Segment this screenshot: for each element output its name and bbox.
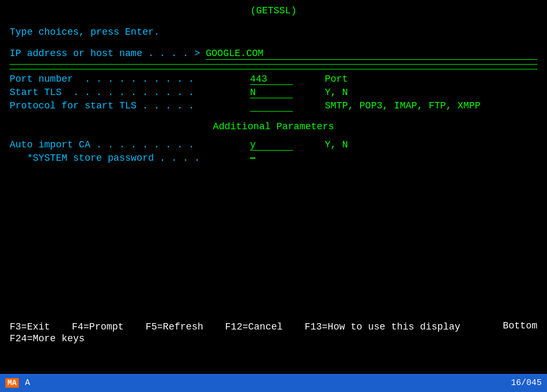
function-key-bar: F3=Exit F4=Prompt F5=Refresh F12=Cancel …: [0, 319, 547, 347]
protocol-value[interactable]: [250, 100, 293, 112]
divider-2: [10, 69, 537, 69]
start-tls-label: Start TLS . . . . . . . . . . .: [10, 87, 250, 98]
taskbar: MA A 16/045: [0, 374, 547, 392]
taskbar-position: 16/045: [511, 378, 542, 388]
system-store-password-row[interactable]: *SYSTEM store password . . . .: [10, 153, 537, 163]
f3-key[interactable]: F3=Exit: [10, 322, 50, 332]
screen-title: (GETSSL): [10, 5, 537, 16]
host-value[interactable]: GOOGLE.COM: [206, 48, 537, 60]
taskbar-ma-badge: MA: [5, 378, 19, 388]
protocol-row[interactable]: Protocol for start TLS . . . . . SMTP, P…: [10, 100, 537, 112]
taskbar-left: MA A: [5, 378, 30, 388]
fkey-line-1: F3=Exit F4=Prompt F5=Refresh F12=Cancel …: [10, 322, 537, 332]
f12-key[interactable]: F12=Cancel: [225, 322, 283, 332]
start-tls-value[interactable]: N: [250, 87, 293, 98]
system-store-password-value[interactable]: [250, 153, 303, 163]
start-tls-row[interactable]: Start TLS . . . . . . . . . . . N Y, N: [10, 87, 537, 98]
f13-key[interactable]: F13=How to use this display: [304, 322, 460, 332]
start-tls-hint: Y, N: [325, 87, 348, 98]
additional-params-title: Additional Parameters: [10, 121, 537, 132]
taskbar-a-label: A: [25, 378, 30, 388]
title-text: (GETSSL): [251, 5, 296, 16]
port-number-hint: Port: [325, 74, 348, 84]
port-number-row[interactable]: Port number . . . . . . . . . . 443 Port: [10, 74, 537, 85]
auto-import-ca-value[interactable]: y: [250, 139, 293, 151]
f24-key[interactable]: F24=More keys: [10, 333, 84, 344]
system-store-password-label: *SYSTEM store password . . . .: [10, 153, 250, 163]
auto-import-ca-hint: Y, N: [325, 139, 348, 150]
host-label: IP address or host name . . . . >: [10, 48, 206, 59]
fkey-line-2: F24=More keys: [10, 333, 537, 344]
host-field-row[interactable]: IP address or host name . . . . > GOOGLE…: [10, 48, 537, 60]
cursor: [250, 158, 255, 159]
divider-1: [10, 64, 537, 65]
auto-import-ca-row[interactable]: Auto import CA . . . . . . . . . y Y, N: [10, 139, 537, 151]
port-number-label: Port number . . . . . . . . . .: [10, 74, 250, 84]
protocol-hint: SMTP, POP3, IMAP, FTP, XMPP: [325, 100, 481, 111]
f5-key[interactable]: F5=Refresh: [145, 322, 203, 332]
terminal-screen: (GETSSL) Type choices, press Enter. IP a…: [0, 0, 547, 374]
port-number-value[interactable]: 443: [250, 74, 293, 85]
instruction-text: Type choices, press Enter.: [10, 27, 537, 37]
f4-key[interactable]: F4=Prompt: [72, 322, 123, 332]
auto-import-ca-label: Auto import CA . . . . . . . . .: [10, 139, 250, 150]
protocol-label: Protocol for start TLS . . . . .: [10, 100, 250, 111]
